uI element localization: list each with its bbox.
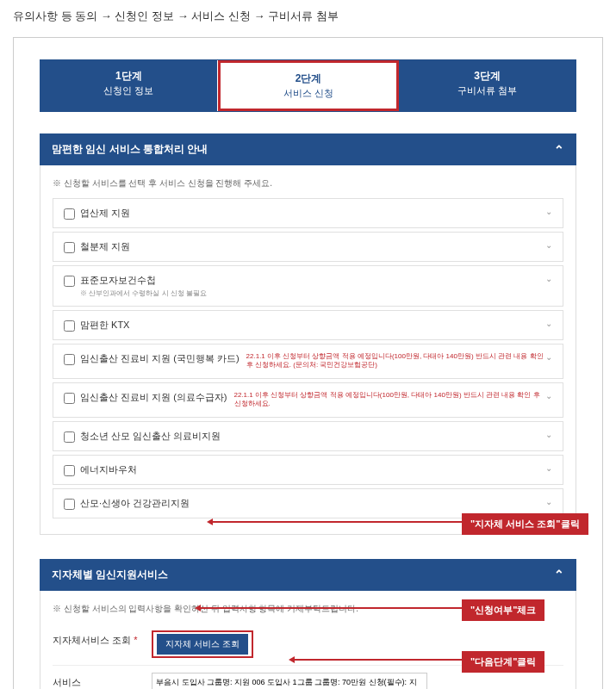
service-item-teen[interactable]: 청소년 산모 임신출산 의료비지원 ⌄ [53, 421, 563, 451]
step-tab-2[interactable]: 2단계 서비스 신청 [218, 60, 400, 111]
chevron-down-icon: ⌄ [545, 207, 552, 216]
step-tab-3[interactable]: 3단계 구비서류 첨부 [399, 60, 576, 111]
service-item-ktx[interactable]: 맘편한 KTX ⌄ [53, 310, 563, 340]
service-textarea[interactable] [152, 673, 427, 689]
checkbox[interactable] [64, 208, 75, 220]
lookup-button[interactable]: 지자체 서비스 조회 [157, 634, 248, 655]
step-label: 신청인 정보 [40, 84, 217, 97]
service-label: 청소년 산모 임신출산 의료비지원 [80, 430, 221, 443]
service-label: 철분제 지원 [80, 240, 130, 253]
chevron-down-icon: ⌄ [545, 319, 552, 328]
service-item-medical[interactable]: 임신출산 진료비 지원 (의료수급자) 22.1.1 이후 신청부터 상향금액 … [53, 382, 563, 418]
service-label: 맘편한 KTX [80, 319, 129, 332]
step-tabs: 1단계 신청인 정보 2단계 서비스 신청 3단계 구비서류 첨부 [40, 59, 576, 112]
service-label: 엽산제 지원 [80, 207, 130, 220]
step-label: 구비서류 첨부 [399, 84, 576, 97]
breadcrumb: 유의사항 등 동의 → 신청인 정보 → 서비스 신청 → 구비서류 첨부 [13, 9, 603, 24]
service-label: 에너지바우처 [80, 463, 137, 476]
chevron-down-icon: ⌄ [545, 497, 552, 506]
service-item-folic[interactable]: 엽산제 지원 ⌄ [53, 198, 563, 228]
chevron-down-icon: ⌄ [545, 463, 552, 473]
arrow-line-2 [200, 607, 462, 609]
chevron-down-icon: ⌄ [545, 391, 552, 400]
section1-title: 맘편한 임신 서비스 통합처리 안내 [52, 142, 208, 157]
step-tab-1[interactable]: 1단계 신청인 정보 [40, 60, 218, 111]
service-item-iron[interactable]: 철분제 지원 ⌄ [53, 232, 563, 262]
service-label: 임신출산 진료비 지원 (의료수급자) [80, 391, 227, 404]
service-item-happycard[interactable]: 임신출산 진료비 지원 (국민행복 카드) 22.1.1 이후 신청부터 상향금… [53, 344, 563, 379]
chevron-down-icon: ⌄ [545, 240, 552, 250]
chevron-up-icon: ⌃ [554, 568, 564, 581]
page-container: 1단계 신청인 정보 2단계 서비스 신청 3단계 구비서류 첨부 맘편한 임신… [13, 37, 603, 689]
lookup-label: 지자체서비스 조회 * [53, 630, 152, 647]
service-label: 산모·신생아 건강관리지원 [80, 497, 190, 510]
chevron-down-icon: ⌄ [545, 352, 552, 362]
checkbox[interactable] [64, 431, 75, 443]
checkbox[interactable] [64, 499, 75, 510]
service-warning: 22.1.1 이후 신청부터 상향금액 적용 예정입니다(100만원, 다태아 … [234, 391, 546, 409]
section2-header[interactable]: 지자체별 임신지원서비스 ⌃ [40, 559, 576, 591]
service-item-energy[interactable]: 에너지바우처 ⌄ [53, 455, 563, 485]
section2-title: 지자체별 임신지원서비스 [52, 568, 168, 582]
step-title: 2단계 [221, 71, 397, 86]
callout-lookup: "지자체 서비스 조회"클릭 [462, 513, 588, 535]
callout-next: "다음단계"클릭 [462, 651, 544, 673]
step-title: 3단계 [399, 69, 576, 84]
checkbox[interactable] [64, 276, 75, 287]
lookup-label-text: 지자체서비스 조회 [53, 635, 131, 645]
arrow-line-3 [294, 659, 462, 661]
service-subnote: ※ 산부인과에서 수령하실 시 신청 불필요 [80, 289, 207, 298]
chevron-down-icon: ⌄ [545, 430, 552, 439]
arrow-line-1 [212, 521, 462, 523]
checkbox[interactable] [64, 242, 75, 253]
step-label: 서비스 신청 [221, 87, 397, 100]
lookup-highlight: 지자체 서비스 조회 [152, 630, 253, 658]
checkbox[interactable] [64, 320, 75, 332]
checkbox[interactable] [64, 465, 75, 476]
service-item-handbook[interactable]: 표준모자보건수첩 ※ 산부인과에서 수령하실 시 신청 불필요 ⌄ [53, 265, 563, 307]
service-warning: 22.1.1 이후 신청부터 상향금액 적용 예정입니다(100만원, 다태아 … [246, 352, 545, 370]
service-label: 표준모자보건수첩 [80, 274, 207, 287]
service-field-label: 서비스 [53, 673, 152, 689]
checkbox[interactable] [64, 393, 75, 404]
section1-notice: ※ 신청할 서비스를 선택 후 서비스 신청을 진행해 주세요. [53, 177, 563, 189]
checkbox[interactable] [64, 354, 75, 365]
chevron-up-icon: ⌃ [554, 143, 564, 157]
required-mark: * [134, 635, 137, 645]
callout-apply: "신청여부"체크 [462, 599, 544, 621]
service-label: 임신출산 진료비 지원 (국민행복 카드) [80, 352, 240, 365]
step-title: 1단계 [40, 69, 217, 84]
section1-body: ※ 신청할 서비스를 선택 후 서비스 신청을 진행해 주세요. 엽산제 지원 … [40, 165, 576, 535]
chevron-down-icon: ⌄ [545, 274, 552, 283]
section1-header[interactable]: 맘편한 임신 서비스 통합처리 안내 ⌃ [40, 133, 576, 165]
